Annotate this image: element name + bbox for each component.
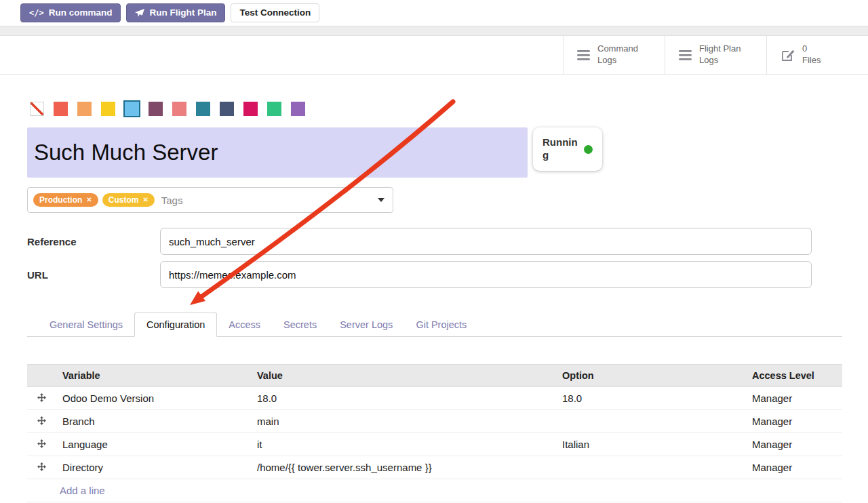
add-line-row: Add a line	[27, 479, 842, 502]
code-icon: </>	[29, 9, 44, 17]
variables-table: Variable Value Option Access Level Odoo …	[27, 364, 842, 502]
command-logs-label: Command Logs	[597, 43, 638, 66]
tags-field[interactable]: Production ✕ Custom ✕ Tags	[27, 187, 393, 213]
tag-custom[interactable]: Custom ✕	[102, 193, 155, 207]
status-dot-icon	[584, 145, 593, 154]
cell-value[interactable]: 18.0	[250, 387, 555, 410]
tag-production-label: Production	[39, 196, 82, 204]
cell-access-level[interactable]: Manager	[745, 433, 842, 456]
cell-variable[interactable]: Language	[56, 433, 250, 456]
edit-icon	[781, 48, 795, 62]
notebook-tabs: General Settings Configuration Access Se…	[27, 313, 842, 337]
header-value: Value	[250, 365, 555, 387]
color-swatch-salmon[interactable]	[172, 102, 186, 116]
tab-general-settings[interactable]: General Settings	[38, 313, 134, 336]
header-access-level: Access Level	[745, 365, 842, 387]
color-palette	[30, 100, 842, 117]
color-swatch-yellow[interactable]	[101, 102, 115, 116]
top-toolbar: </> Run command Run Flight Plan Test Con…	[0, 0, 868, 26]
cell-access-level[interactable]: Manager	[745, 456, 842, 479]
cell-option[interactable]	[555, 410, 745, 433]
cell-option[interactable]	[555, 456, 745, 479]
tag-custom-label: Custom	[108, 196, 139, 204]
test-connection-button[interactable]: Test Connection	[231, 3, 319, 22]
status-badge: Running	[533, 127, 602, 171]
tab-access[interactable]: Access	[217, 313, 272, 336]
url-row: URL	[27, 261, 842, 288]
tags-placeholder: Tags	[161, 195, 183, 206]
title-row: Running	[27, 127, 842, 178]
reference-input[interactable]	[160, 228, 812, 255]
remove-tag-icon[interactable]: ✕	[142, 197, 148, 203]
reference-label: Reference	[27, 236, 160, 247]
cell-value[interactable]: main	[250, 410, 555, 433]
run-flight-plan-label: Run Flight Plan	[149, 8, 216, 18]
header-option: Option	[555, 365, 745, 387]
cell-variable[interactable]: Odoo Demo Version	[56, 387, 250, 410]
color-swatch-dark-blue[interactable]	[220, 102, 234, 116]
drag-handle-icon[interactable]	[27, 387, 56, 410]
cell-variable[interactable]: Directory	[56, 456, 250, 479]
color-swatch-fuchsia[interactable]	[243, 102, 258, 116]
tag-production[interactable]: Production ✕	[33, 193, 98, 207]
form-header: Command Logs Flight Plan Logs 0 Files	[0, 36, 868, 75]
run-command-button[interactable]: </> Run command	[20, 3, 121, 22]
color-swatch-purple[interactable]	[291, 102, 305, 116]
tab-git-projects[interactable]: Git Projects	[404, 313, 478, 336]
color-swatch-red[interactable]	[54, 102, 68, 116]
color-swatch-dark-purple[interactable]	[149, 102, 163, 116]
url-label: URL	[27, 269, 160, 281]
table-header-row: Variable Value Option Access Level	[27, 365, 842, 387]
reference-row: Reference	[27, 228, 842, 255]
drag-handle-icon[interactable]	[27, 410, 56, 433]
test-connection-label: Test Connection	[239, 8, 311, 18]
form-sheet: Running Production ✕ Custom ✕ Tags Refer…	[0, 100, 868, 502]
tab-server-logs[interactable]: Server Logs	[328, 313, 404, 336]
color-swatch-teal[interactable]	[196, 102, 210, 116]
flight-plan-logs-label: Flight Plan Logs	[699, 43, 741, 66]
drag-handle-icon[interactable]	[27, 456, 56, 479]
table-row: Directory /home/{{ tower.server.ssh_user…	[27, 456, 842, 479]
drag-handle-icon[interactable]	[27, 433, 56, 456]
cell-access-level[interactable]: Manager	[745, 410, 842, 433]
flight-plan-logs-button[interactable]: Flight Plan Logs	[665, 36, 766, 74]
color-swatch-green[interactable]	[267, 102, 281, 116]
cell-variable[interactable]: Branch	[56, 410, 250, 433]
remove-tag-icon[interactable]: ✕	[86, 197, 92, 203]
run-flight-plan-button[interactable]: Run Flight Plan	[126, 3, 225, 22]
table-row: Language it Italian Manager	[27, 433, 842, 456]
files-label: 0 Files	[802, 43, 821, 66]
color-swatch-cyan-selected[interactable]	[125, 102, 139, 116]
cell-value[interactable]: it	[250, 433, 555, 456]
run-command-label: Run command	[49, 8, 113, 18]
files-button[interactable]: 0 Files	[766, 36, 868, 74]
tab-secrets[interactable]: Secrets	[272, 313, 328, 336]
bars-icon	[679, 50, 692, 60]
table-row: Odoo Demo Version 18.0 18.0 Manager	[27, 387, 842, 410]
paper-plane-icon	[135, 8, 144, 18]
dropdown-caret-icon[interactable]	[378, 198, 384, 202]
cell-value[interactable]: /home/{{ tower.server.ssh_username }}	[250, 456, 555, 479]
add-a-line-link[interactable]: Add a line	[60, 485, 105, 496]
header-handle	[27, 365, 56, 387]
tab-configuration[interactable]: Configuration	[134, 313, 217, 337]
color-swatch-orange[interactable]	[77, 102, 92, 116]
cell-option[interactable]: 18.0	[555, 387, 745, 410]
table-row: Branch main Manager	[27, 410, 842, 433]
color-swatch-no-color[interactable]	[30, 102, 44, 116]
server-name-input[interactable]	[27, 127, 528, 178]
cell-option[interactable]: Italian	[555, 433, 745, 456]
url-input[interactable]	[160, 261, 812, 288]
cell-access-level[interactable]: Manager	[745, 387, 842, 410]
separator-strip	[0, 26, 868, 36]
command-logs-button[interactable]: Command Logs	[563, 36, 665, 74]
header-variable: Variable	[56, 365, 250, 387]
bars-icon	[577, 50, 590, 60]
status-label: Running	[542, 136, 578, 162]
